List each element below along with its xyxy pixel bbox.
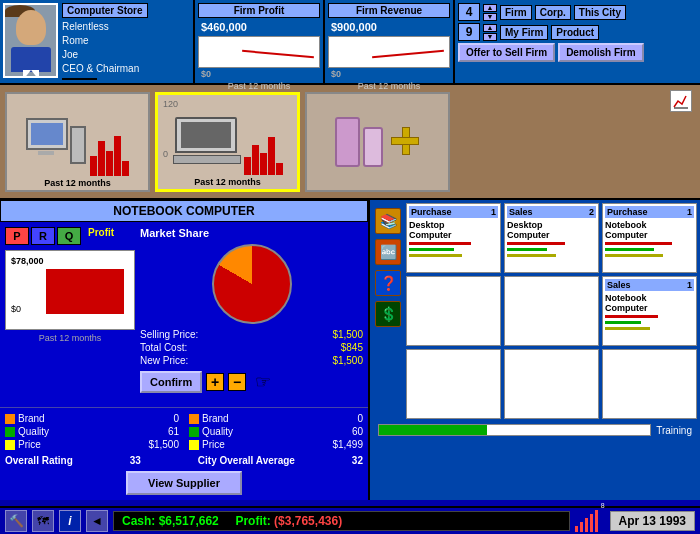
profit-bar [46,269,124,314]
minus-button[interactable]: − [228,373,246,391]
mini-chart-icon[interactable] [670,90,692,112]
arrow-1[interactable]: ▲ ▼ [483,4,497,21]
brand2-label: Brand [202,413,229,424]
view-supplier-button[interactable]: View Supplier [126,471,242,495]
brand2-stat: Brand 0 [189,413,363,424]
price-value: $1,500 [148,439,179,450]
card-sales-notebook[interactable]: Sales 1 NotebookComputer [602,276,697,346]
back-icon[interactable]: ◄ [86,510,108,532]
price-stat: Price $1,500 [5,439,179,450]
chart-top-value: $78,000 [11,256,44,266]
brand-stat: Brand 0 [5,413,179,424]
right-sub: Market Share Selling Price: $1,500 Total… [140,227,363,402]
signal-icon: 8 [575,510,605,532]
desktop-thumb[interactable]: Past 12 months [5,92,150,192]
card-3-product: NotebookComputer [605,220,694,240]
letter-icon[interactable]: 🔤 [375,239,401,265]
cash-value: $6,517,662 [159,514,219,528]
card-2-product: DesktopComputer [507,220,596,240]
tab-q[interactable]: Q [57,227,81,245]
card-1-product: DesktopComputer [409,220,498,240]
profit-tab-label: Profit [88,227,114,245]
product-num: 9 [458,23,480,41]
notebook-label: Past 12 months [194,177,261,187]
firm-profit-title: Firm Profit [198,3,320,18]
tab-r[interactable]: R [31,227,55,245]
card-sales-desktop[interactable]: Sales 2 DesktopComputer [504,203,599,273]
demolish-btn[interactable]: Demolish Firm [558,43,643,62]
up-arrow-2[interactable]: ▲ [483,24,497,32]
card-empty-5[interactable] [602,349,697,419]
tab-p[interactable]: P [5,227,29,245]
top-bar: Computer Store Relentless Rome Joe CEO &… [0,0,700,85]
stats-section: Brand 0 Quality 61 Price $1,500 Brand [0,407,368,455]
card-empty-3[interactable] [406,349,501,419]
corp-btn[interactable]: Corp. [535,5,571,20]
profit-value: ($3,765,436) [274,514,342,528]
plus-button[interactable]: + [206,373,224,391]
price2-dot [189,440,199,450]
card-empty-2[interactable] [504,276,599,346]
card-empty-4[interactable] [504,349,599,419]
price-dot [5,440,15,450]
my-firm-btn[interactable]: My Firm [500,25,548,40]
prq-tabs: P R Q Profit [5,227,135,245]
icon-column: 📚 🔤 ❓ 💲 [373,203,403,419]
dn-arrow-1[interactable]: ▼ [483,13,497,21]
controls-row-1: 4 ▲ ▼ Firm Corp. This City [458,3,697,21]
arrow-2[interactable]: ▲ ▼ [483,24,497,41]
map-icon[interactable]: 🗺 [32,510,54,532]
firm-profit-value: $460,000 [198,20,320,34]
up-arrow-1[interactable]: ▲ [483,4,497,12]
cash-display: Cash: $6,517,662 Profit: ($3,765,436) [113,511,570,531]
this-city-btn[interactable]: This City [574,5,626,20]
offer-sell-btn[interactable]: Offer to Sell Firm [458,43,555,62]
products-row: Past 12 months 120 0 Past 12 months [0,85,700,200]
firm-btn[interactable]: Firm [500,5,532,20]
question-icon[interactable]: ❓ [375,270,401,296]
selling-price-value: $1,500 [332,329,363,340]
total-cost-row: Total Cost: $845 [140,342,363,353]
firm-profit-chart-label: Past 12 months [198,81,320,91]
product-btn[interactable]: Product [551,25,599,40]
card-purchase-notebook[interactable]: Purchase 1 NotebookComputer [602,203,697,273]
notebook-title: NOTEBOOK COMPUTER [0,200,368,222]
price2-stat: Price $1,499 [189,439,363,450]
brand-dot [5,414,15,424]
dn-arrow-2[interactable]: ▼ [483,33,497,41]
build-icon[interactable]: 🔨 [5,510,27,532]
controls-row-3: Offer to Sell Firm Demolish Firm [458,43,697,62]
new-price-row: New Price: $1,500 [140,355,363,366]
info-icon[interactable]: i [59,510,81,532]
confirm-button[interactable]: Confirm [140,371,202,393]
confirm-row: Confirm + − ☞ [140,371,363,393]
card-6-product: NotebookComputer [605,293,694,313]
firm-revenue-panel: Firm Revenue $900,000 $0 Past 12 months [325,0,455,83]
card-3-header: Purchase 1 [605,206,694,218]
price2-label: Price [202,439,225,450]
health-product-thumb[interactable] [305,92,450,192]
card-purchase-desktop[interactable]: Purchase 1 DesktopComputer [406,203,501,273]
company-name[interactable]: Computer Store [62,3,148,18]
dollar-icon[interactable]: 💲 [375,301,401,327]
notebook-thumb[interactable]: 120 0 Past 12 months [155,92,300,192]
quality2-stat: Quality 60 [189,426,363,437]
card-empty-1[interactable] [406,276,501,346]
city-avg-label: City Overall Average [198,455,295,466]
company-info: Computer Store Relentless Rome Joe CEO &… [62,3,148,80]
firm-revenue-title: Firm Revenue [328,3,450,18]
firm-profit-panel: Firm Profit $460,000 $0 Past 12 months [195,0,325,83]
book-icon[interactable]: 📚 [375,208,401,234]
controls-row-2: 9 ▲ ▼ My Firm Product [458,23,697,41]
city-stats: Brand 0 Quality 60 Price $1,499 [189,413,363,450]
quality-label: Quality [18,426,49,437]
city-avg-value: 32 [352,455,363,466]
total-cost-label: Total Cost: [140,342,187,353]
person-name2: Rome [62,34,148,48]
overall-row: Overall Rating 33 City Overall Average 3… [0,455,368,466]
price2-value: $1,499 [332,439,363,450]
quality2-label: Quality [202,426,233,437]
person-title: CEO & Chairman [62,62,148,76]
person-name1: Relentless [62,20,148,34]
price-info: Selling Price: $1,500 Total Cost: $845 N… [140,329,363,366]
